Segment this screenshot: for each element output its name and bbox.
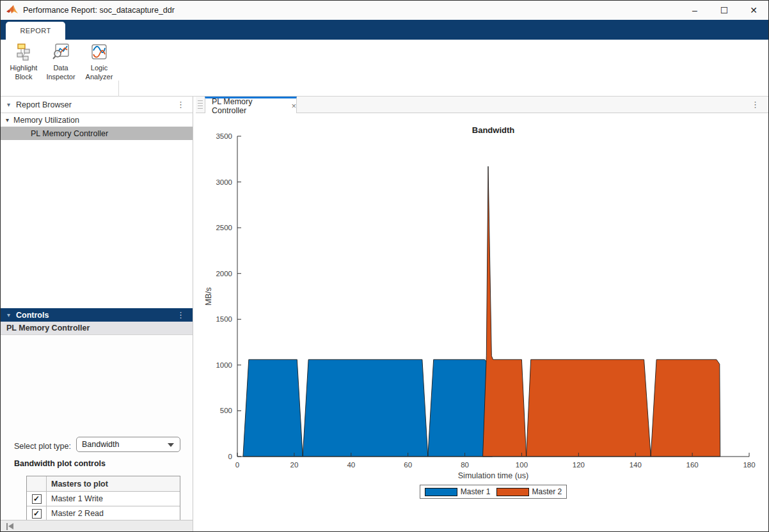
chart-legend: Master 1Master 2 [237, 485, 749, 499]
masters-table-header: Masters to plot [27, 476, 180, 491]
legend-entry[interactable]: Master 1 [425, 487, 491, 496]
maximize-button[interactable]: ☐ [710, 1, 739, 20]
legend-label: Master 1 [461, 487, 491, 496]
x-tick-label: 20 [290, 461, 298, 469]
controls-header: ▾ Controls ⋮ [1, 308, 193, 322]
plot-type-dropdown[interactable]: Bandwidth [76, 437, 180, 452]
tree-item-pl-memory-controller[interactable]: PL Memory Controller [1, 127, 193, 140]
controls-subtitle: PL Memory Controller [1, 322, 193, 335]
y-tick-label: 3000 [216, 178, 232, 186]
x-axis-label: Simulation time (us) [458, 471, 528, 480]
tabstrip-menu-icon[interactable]: ⋮ [751, 102, 759, 108]
left-panel-bottom-bar [1, 520, 193, 532]
legend-swatch [496, 488, 529, 496]
report-tree: ▾ Memory Utilization PL Memory Controlle… [1, 113, 193, 140]
x-tick-label: 0 [235, 461, 239, 469]
data-inspector-button[interactable]: DataInspector [43, 42, 79, 88]
master-1-write-checkbox[interactable]: ✓ [32, 494, 42, 504]
collapse-panel-icon[interactable] [6, 523, 13, 530]
tree-item-memory-utilization[interactable]: ▾ Memory Utilization [1, 113, 193, 127]
tool-button-label: DataInspector [46, 63, 75, 81]
y-tick-label: 2500 [216, 224, 232, 231]
plot-type-value: Bandwidth [82, 440, 119, 449]
area-series-1 [243, 359, 493, 457]
x-tick-label: 120 [573, 461, 585, 469]
table-row-master-2-read: ✓ Master 2 Read [27, 506, 180, 520]
tab-report[interactable]: REPORT [6, 22, 65, 40]
x-tick-label: 80 [461, 461, 469, 469]
document-pane: PL Memory Controller × ⋮ Bandwidth 05001… [196, 97, 769, 532]
controls-menu-icon[interactable]: ⋮ [177, 312, 185, 318]
tool-button-label: HighlightBlock [10, 63, 38, 81]
y-tick-label: 1000 [216, 361, 232, 369]
x-tick-label: 60 [404, 461, 412, 469]
chart-title: Bandwidth [237, 125, 749, 135]
master-2-read-checkbox[interactable]: ✓ [32, 509, 42, 519]
legend-swatch [425, 488, 457, 496]
toolbar: HighlightBlock DataInspector LogicAnalyz… [1, 40, 768, 97]
tree-expand-icon[interactable]: ▾ [6, 116, 9, 123]
tool-button-label: LogicAnalyzer [86, 63, 113, 81]
tab-pl-memory-controller[interactable]: PL Memory Controller × [205, 97, 297, 113]
x-tick-label: 40 [347, 461, 355, 469]
x-tick-label: 140 [630, 461, 642, 469]
window-title: Performance Report: soc_datacapture_ddr [23, 6, 175, 15]
logic-analyzer-icon [90, 42, 109, 61]
tabstrip-drag-handle-icon[interactable] [198, 100, 203, 109]
performance-report-window: { "window": { "title": "Performance Repo… [0, 0, 769, 532]
left-panel: ▾ Report Browser ⋮ ▾ Memory Utilization … [1, 97, 193, 532]
data-inspector-icon [51, 42, 70, 61]
y-axis-label: MB/s [204, 287, 213, 305]
y-tick-label: 1500 [216, 315, 232, 323]
masters-table: Masters to plot ✓ Master 1 Write ✓ Maste… [26, 476, 180, 521]
y-tick-label: 3500 [216, 132, 232, 140]
plot-type-label: Select plot type: [14, 442, 71, 451]
tab-close-icon[interactable]: × [291, 101, 296, 111]
legend-label: Master 2 [532, 487, 562, 496]
y-tick-label: 500 [220, 407, 232, 414]
report-browser-header: ▾ Report Browser ⋮ [1, 97, 193, 113]
matlab-logo-icon [6, 5, 18, 15]
minimize-button[interactable]: – [680, 1, 710, 20]
x-tick-label: 180 [743, 461, 755, 469]
window-controls: – ☐ ✕ [680, 1, 768, 20]
bandwidth-chart: Bandwidth 050010001500200025003000350002… [196, 113, 769, 532]
chart-plot: 0500100015002000250030003500020406080100… [196, 113, 769, 532]
y-tick-label: 0 [228, 453, 232, 460]
legend-entry[interactable]: Master 2 [496, 487, 562, 496]
controls-title: Controls [16, 311, 49, 320]
highlight-block-icon [14, 42, 33, 61]
x-tick-label: 100 [516, 461, 528, 469]
close-button[interactable]: ✕ [739, 1, 768, 20]
legend-box: Master 1Master 2 [420, 485, 567, 499]
x-tick-label: 160 [686, 461, 699, 469]
report-browser-title: Report Browser [16, 100, 72, 109]
title-bar: Performance Report: soc_datacapture_ddr … [1, 1, 768, 20]
report-browser-menu-icon[interactable]: ⋮ [177, 102, 185, 108]
dropdown-arrow-icon [168, 443, 174, 447]
highlight-block-button[interactable]: HighlightBlock [6, 42, 42, 88]
document-tabstrip: PL Memory Controller × ⋮ [196, 97, 769, 113]
ribbon-band: REPORT [1, 20, 768, 40]
logic-analyzer-button[interactable]: LogicAnalyzer [81, 42, 117, 88]
area-series-2 [483, 166, 720, 457]
collapse-arrow-icon[interactable]: ▾ [7, 101, 10, 108]
collapse-arrow-icon[interactable]: ▾ [7, 311, 10, 318]
bandwidth-plot-controls-label: Bandwidth plot controls [14, 459, 106, 468]
table-row-master-1-write: ✓ Master 1 Write [27, 491, 180, 506]
y-tick-label: 2000 [216, 270, 232, 278]
